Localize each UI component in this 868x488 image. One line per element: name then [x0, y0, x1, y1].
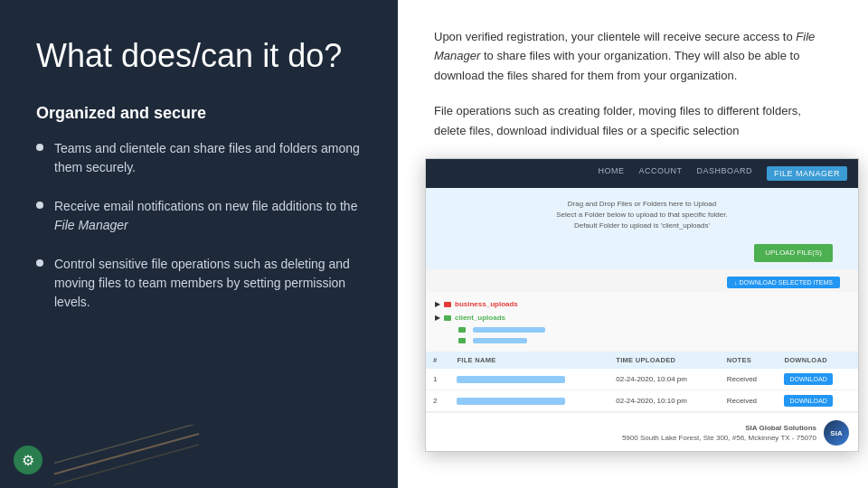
paragraph-1: Upon verified registration, your cliente…	[434, 27, 832, 85]
row-filename	[449, 390, 609, 412]
nav-dashboard[interactable]: DASHBOARD	[696, 166, 752, 181]
folder-icon-red	[444, 302, 451, 307]
col-number: #	[426, 352, 449, 369]
paragraph-2: File operations such as creating folder,…	[434, 101, 832, 140]
company-address: 5900 South Lake Forest, Ste 300, #56, Mc…	[622, 433, 816, 443]
row-number: 2	[426, 390, 449, 412]
expand-icon: ▶	[435, 300, 440, 308]
list-item: Control sensitive file operations such a…	[36, 255, 362, 312]
nav-file-manager[interactable]: FILE MANAGER	[767, 166, 847, 181]
folder-sub-item[interactable]	[449, 335, 849, 346]
folder-bar	[473, 327, 545, 333]
row-time: 02-24-2020, 10:10 pm	[609, 390, 719, 412]
file-table: # FILE NAME TIME UPLOADED NOTES DOWNLOAD…	[426, 352, 858, 412]
file-manager-nav: HOME ACCOUNT DASHBOARD FILE MANAGER	[426, 159, 858, 188]
nav-account[interactable]: ACCOUNT	[638, 166, 682, 181]
folder-icon-green	[458, 338, 466, 343]
table-row: 2 02-24-2020, 10:10 pm Received DOWNLOAD	[426, 390, 858, 412]
download-selected-button[interactable]: ↓ DOWNLOAD SELECTED ITEMS	[727, 277, 840, 288]
list-item: Receive email notifications on new file …	[36, 197, 362, 235]
folder-sub-item[interactable]	[449, 324, 849, 335]
folder-icon-green	[444, 315, 451, 321]
folder-icon-green	[458, 327, 466, 333]
bullet-text-1: Teams and clientele can share files and …	[54, 139, 362, 177]
download-button[interactable]: DOWNLOAD	[784, 373, 832, 385]
bullet-dot	[36, 144, 43, 151]
col-notes: NOTES	[720, 352, 778, 369]
upload-instruction-3: Default Folder to upload is 'client_uplo…	[433, 221, 851, 231]
settings-icon: ⚙	[22, 452, 34, 469]
svg-line-0	[54, 434, 199, 479]
bullet-dot	[36, 202, 43, 209]
file-manager-screenshot: HOME ACCOUNT DASHBOARD FILE MANAGER Drag…	[425, 158, 859, 452]
table-row: 1 02-24-2020, 10:04 pm Received DOWNLOAD	[426, 369, 858, 390]
nav-home[interactable]: HOME	[598, 166, 624, 181]
row-filename	[449, 369, 609, 390]
upload-button[interactable]: UPLOAD FILE(S)	[754, 244, 833, 262]
folder-list: ▶ business_uploads ▶ client_uploads	[426, 292, 858, 352]
footer-company-info: SIA Global Solutions 5900 South Lake For…	[622, 423, 816, 443]
folder-item[interactable]: ▶ business_uploads	[435, 297, 849, 311]
bullet-list: Teams and clientele can share files and …	[36, 139, 362, 312]
download-button[interactable]: DOWNLOAD	[784, 395, 832, 407]
folder-item[interactable]: ▶ client_uploads	[435, 311, 849, 324]
file-manager-footer: SIA Global Solutions 5900 South Lake For…	[426, 412, 858, 451]
page-title: What does/can it do?	[36, 36, 362, 75]
filename-bar	[457, 398, 565, 405]
row-notes: Received	[720, 369, 778, 390]
row-download: DOWNLOAD	[777, 390, 858, 412]
left-panel: What does/can it do? Organized and secur…	[0, 0, 398, 488]
col-time: TIME UPLOADED	[609, 352, 719, 369]
row-download: DOWNLOAD	[777, 369, 858, 390]
folder-name: client_uploads	[455, 314, 505, 322]
folder-name: business_uploads	[455, 300, 518, 308]
row-number: 1	[426, 369, 449, 390]
filename-bar	[457, 376, 565, 383]
upload-instruction-2: Select a Folder below to upload to that …	[433, 210, 851, 221]
sia-logo-text: SIA	[830, 429, 842, 437]
upload-instruction-1: Drag and Drop Files or Folders here to U…	[433, 199, 851, 210]
expand-icon: ▶	[435, 314, 440, 322]
section-title: Organized and secure	[36, 104, 362, 123]
bottom-icon: ⚙	[14, 446, 42, 474]
row-time: 02-24-2020, 10:04 pm	[609, 369, 719, 390]
col-filename: FILE NAME	[449, 352, 609, 369]
row-notes: Received	[720, 390, 778, 412]
folder-bar	[473, 338, 527, 343]
bullet-text-2: Receive email notifications on new file …	[54, 197, 362, 235]
company-name: SIA Global Solutions	[622, 423, 816, 433]
bullet-text-3: Control sensitive file operations such a…	[54, 255, 362, 312]
bullet-dot	[36, 259, 43, 267]
right-panel: Upon verified registration, your cliente…	[398, 0, 868, 488]
upload-area: Drag and Drop Files or Folders here to U…	[426, 188, 858, 269]
decoration-lines	[54, 425, 217, 488]
svg-line-2	[54, 425, 199, 468]
list-item: Teams and clientele can share files and …	[36, 139, 362, 177]
col-download: DOWNLOAD	[777, 352, 858, 369]
sia-logo: SIA	[824, 420, 849, 446]
svg-line-1	[54, 445, 199, 488]
